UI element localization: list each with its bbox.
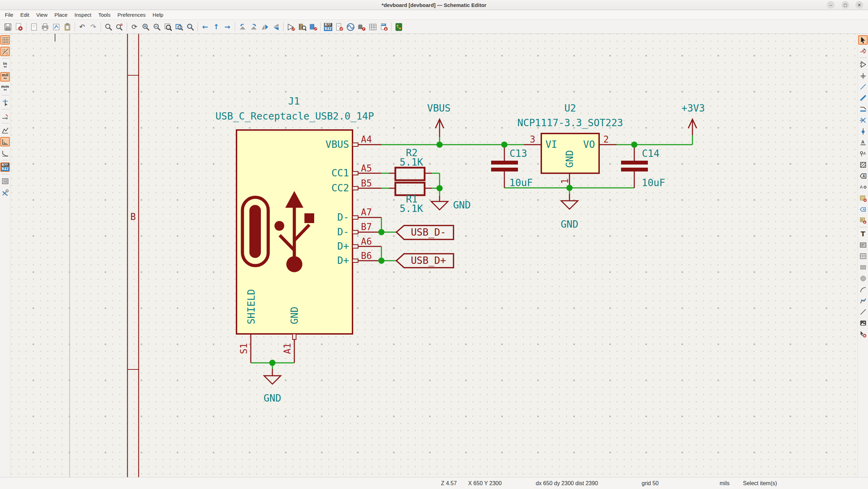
update-symbols-button[interactable]	[308, 21, 319, 32]
u2-value[interactable]: NCP1117-3.3_SOT223	[517, 118, 623, 128]
save-button[interactable]	[2, 21, 13, 32]
r2-symbol[interactable]	[389, 168, 432, 180]
add-text-button[interactable]: T	[858, 229, 868, 238]
wires-45-button[interactable]	[0, 148, 10, 158]
gnd-symbol-r[interactable]	[431, 196, 448, 210]
zoom-fit-objects-button[interactable]	[173, 21, 185, 32]
pin-name[interactable]: D+	[337, 242, 349, 251]
pin-number[interactable]: B5	[361, 179, 372, 188]
units-inches-button[interactable]: in↔	[0, 61, 10, 70]
mirror-h-button[interactable]	[259, 21, 270, 32]
c14-value[interactable]: 10uF	[642, 178, 665, 188]
r2-value[interactable]: 5.1K	[400, 158, 423, 167]
pin-number[interactable]: A4	[361, 135, 372, 144]
pin-number[interactable]: B6	[361, 251, 372, 260]
u2-reference[interactable]: U2	[564, 104, 576, 113]
pin-name[interactable]: VI	[545, 140, 557, 150]
pin-number[interactable]: A6	[361, 237, 372, 246]
grid-visibility-button[interactable]	[0, 35, 10, 45]
selection-tool-button[interactable]	[858, 35, 868, 45]
pin-number[interactable]: A5	[361, 164, 372, 173]
free-angle-wires-button[interactable]	[0, 125, 10, 135]
nav-up-button[interactable]: ↑	[211, 21, 222, 32]
pin-number[interactable]: A7	[361, 208, 372, 217]
add-junction-button[interactable]	[858, 127, 868, 136]
pin-number[interactable]: A1	[283, 343, 292, 354]
pin-name[interactable]: VO	[583, 140, 595, 150]
p3v3-power-label[interactable]: +3V3	[681, 104, 705, 113]
nav-back-button[interactable]: ←	[200, 21, 211, 32]
pin-name[interactable]: D-	[337, 213, 349, 222]
zoom-out-button[interactable]	[151, 21, 162, 32]
vbus-power-symbol[interactable]	[435, 119, 444, 137]
print-button[interactable]	[39, 21, 51, 32]
hierarchical-label-button[interactable]: A	[858, 182, 868, 192]
global-label-button[interactable]: A	[858, 171, 868, 181]
paste-button[interactable]	[62, 21, 73, 32]
cursor-shape-button[interactable]	[0, 98, 10, 107]
no-connect-button[interactable]	[858, 115, 868, 125]
hierarchy-navigator-button[interactable]	[0, 176, 10, 186]
bus-entry-button[interactable]	[858, 104, 868, 114]
hidden-pins-button[interactable]	[0, 112, 10, 121]
add-text-box-button[interactable]	[858, 240, 868, 250]
vbus-power-label[interactable]: VBUS	[427, 104, 450, 113]
browse-symbol-libraries-button[interactable]	[296, 21, 308, 32]
rule-area-button[interactable]	[858, 160, 868, 169]
edit-symbol-button[interactable]	[285, 21, 296, 32]
gnd-symbol-u2[interactable]	[561, 194, 578, 209]
rotate-cw-button[interactable]	[248, 21, 259, 32]
zoom-selection-button[interactable]	[185, 21, 196, 32]
menu-preferences[interactable]: Preferences	[115, 12, 150, 18]
menu-help[interactable]: Help	[150, 12, 168, 18]
redo-button[interactable]: ↷	[88, 21, 99, 32]
add-table-button[interactable]	[858, 251, 868, 261]
net-label-button[interactable]: A	[858, 138, 868, 147]
j1-reference[interactable]: J1	[288, 97, 300, 106]
gnd-power-label[interactable]: GND	[561, 220, 579, 229]
grid-override-button[interactable]	[0, 47, 10, 56]
undo-button[interactable]: ↶	[77, 21, 88, 32]
zoom-fit-button[interactable]	[162, 21, 173, 32]
gnd-power-label[interactable]: GND	[264, 394, 281, 403]
mirror-v-button[interactable]	[270, 21, 281, 32]
add-circle-button[interactable]	[858, 274, 868, 283]
schematic-canvas[interactable]: B J1 USB_C_Receptacle_USB2.0_14P VBUS CC…	[10, 34, 858, 477]
r1-value[interactable]: 5.1K	[400, 204, 423, 214]
menu-tools[interactable]: Tools	[96, 12, 115, 18]
properties-panel-button[interactable]	[0, 188, 10, 197]
add-image-button[interactable]	[858, 318, 868, 328]
plot-button[interactable]	[51, 21, 62, 32]
close-button[interactable]: ✕	[855, 1, 863, 9]
usb-dm-label-text[interactable]: USB_D-	[411, 228, 446, 237]
hv-wires-button[interactable]	[0, 137, 10, 146]
j1-value[interactable]: USB_C_Receptacle_USB2.0_14P	[215, 112, 374, 121]
pin-number[interactable]: 1	[560, 178, 569, 184]
add-power-button[interactable]	[858, 71, 868, 80]
page-settings-button[interactable]	[28, 21, 39, 32]
pin-number[interactable]: 3	[530, 135, 535, 144]
sheet-pin-button[interactable]: A	[858, 205, 868, 214]
simulator-button[interactable]	[345, 21, 356, 32]
menu-edit[interactable]: Edit	[18, 12, 34, 18]
add-arc-button[interactable]	[858, 285, 868, 294]
maximize-button[interactable]: ◻	[842, 1, 849, 9]
erc-button[interactable]	[334, 21, 345, 32]
nav-forward-button[interactable]: →	[222, 21, 233, 32]
pin-number[interactable]: 2	[603, 135, 609, 144]
pin-name[interactable]: CC2	[331, 183, 349, 193]
rotate-ccw-button[interactable]	[237, 21, 248, 32]
p3v3-power-symbol[interactable]	[688, 119, 697, 135]
pin-name[interactable]: VBUS	[326, 140, 349, 150]
zoom-in-button[interactable]	[140, 21, 151, 32]
find-replace-button[interactable]: B	[114, 21, 125, 32]
units-mils-button[interactable]: mil↔	[0, 72, 10, 82]
symbol-fields-table-button[interactable]	[367, 21, 378, 32]
delete-tool-button[interactable]	[858, 329, 868, 339]
gnd-power-label[interactable]: GND	[453, 200, 471, 210]
gnd-symbol-j1[interactable]	[264, 369, 281, 384]
add-bus-button[interactable]	[858, 93, 868, 102]
pin-name[interactable]: CC1	[331, 168, 349, 178]
bom-button[interactable]: bom	[378, 21, 389, 32]
c13-reference[interactable]: C13	[510, 149, 527, 159]
